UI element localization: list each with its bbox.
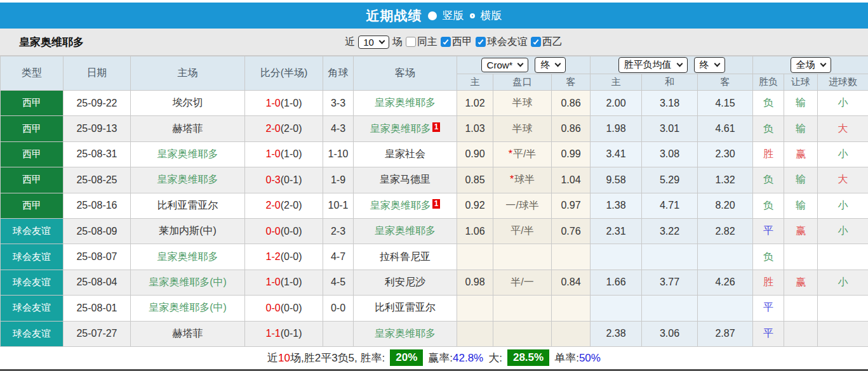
corner-cell: 3-3 <box>323 91 354 116</box>
home-odds-cell <box>457 244 493 270</box>
match-row: 球会友谊25-08-01皇家奥维耶多(中)0-0(0-0)0-0比利亚雷亚尔平 <box>1 296 868 321</box>
league-type-cell: 西甲 <box>1 193 63 218</box>
scope-select[interactable]: 全场 <box>791 57 831 73</box>
avg-draw-cell: 3.06 <box>642 321 698 346</box>
handicap-text: 球半 <box>514 174 535 185</box>
full-time-score: 1-0 <box>266 277 281 287</box>
big-rate-badge: 28.5% <box>507 349 549 366</box>
odds-time-select[interactable]: 终 <box>535 57 566 73</box>
chevron-down-icon <box>676 61 683 67</box>
handicap-result-cell-value: 输 <box>796 123 806 134</box>
away-odds-cell: 0.99 <box>552 141 591 167</box>
checkbox-group-西乙: 西乙 <box>531 36 563 49</box>
avg-home-cell: 2.00 <box>591 91 642 116</box>
date-cell: 25-08-07 <box>63 244 131 270</box>
result-cell: 平 <box>753 218 784 244</box>
avg-home-cell: 9.58 <box>591 167 642 193</box>
away-team-cell: 皇家社会 <box>354 141 457 167</box>
layout-radio-selected[interactable] <box>428 11 437 20</box>
handicap-result-cell: 输 <box>784 91 818 116</box>
half-time-score: (0-1) <box>281 328 302 339</box>
date-cell: 25-09-22 <box>63 91 131 116</box>
home-team-cell: 皇家奥维耶多 <box>131 244 245 270</box>
result-cell-value: 胜 <box>763 277 773 287</box>
chevron-down-icon <box>555 61 561 67</box>
single-rate-group: 单率:50% <box>554 351 601 365</box>
filter-controls: 近 10 场 同主西甲球会友谊西乙 <box>84 36 868 49</box>
match-row: 西甲25-08-25皇家奥维耶多0-3(0-1)1-9皇家马德里0.85*球半1… <box>1 167 868 193</box>
avg-home-cell: 1.38 <box>591 193 642 218</box>
checkbox-label: 同主 <box>417 36 437 49</box>
full-time-score: 0-0 <box>266 303 281 313</box>
corner-cell: 10-1 <box>323 193 354 218</box>
result-cell: 胜 <box>753 141 784 167</box>
chevron-down-icon <box>820 61 826 67</box>
match-row: 西甲25-08-16比利亚雷亚尔2-0(2-0)10-1皇家奥维耶多10.92一… <box>1 193 868 218</box>
team-name: 皇家奥维耶多 <box>375 328 436 339</box>
team-name: 埃尔切 <box>173 97 203 108</box>
odds-provider-select[interactable]: Crow* <box>481 58 529 72</box>
team-name: 比利亚雷亚尔 <box>375 302 436 313</box>
handicap-cell: 半球 <box>493 116 552 141</box>
goals-result-cell-value: 小 <box>838 225 848 236</box>
corner-cell: 1-9 <box>323 167 354 193</box>
checkbox-checked[interactable] <box>531 37 541 47</box>
avg-home-cell <box>591 244 642 270</box>
games-label: 场 <box>392 36 403 49</box>
half-time-score: (0-1) <box>281 174 302 185</box>
checkbox-checked[interactable] <box>441 37 451 47</box>
half-time-score: (1-0) <box>281 148 302 159</box>
handicap-cell <box>493 296 552 321</box>
home-team-cell: 赫塔菲 <box>131 321 245 346</box>
header-goals: 进球数 <box>818 74 868 91</box>
checkbox-checked[interactable] <box>476 37 486 47</box>
date-cell: 25-09-13 <box>63 116 131 141</box>
corner-cell: 4-3 <box>323 116 354 141</box>
result-cell-value: 负 <box>763 174 773 185</box>
summary-near-label: 近 <box>267 352 278 364</box>
team-title: 皇家奥维耶多 <box>19 35 84 49</box>
avg-draw-cell: 3.18 <box>642 91 698 116</box>
corner-cell <box>323 321 354 346</box>
home-team-cell: 莱加内斯(中) <box>131 218 245 244</box>
goals-result-cell <box>818 296 868 321</box>
full-time-score: 1-2 <box>266 251 281 262</box>
avg-draw-cell <box>642 244 698 270</box>
date-cell: 25-08-31 <box>63 141 131 167</box>
home-team-cell: 皇家奥维耶多 <box>131 141 245 167</box>
goals-result-cell-value: 小 <box>838 277 848 287</box>
checkbox-unchecked[interactable] <box>406 37 416 47</box>
away-odds-cell: 0.84 <box>552 270 591 295</box>
match-count-select[interactable]: 10 <box>358 36 389 49</box>
header-avg-home: 主 <box>591 74 642 91</box>
score-cell: 1-0(1-0) <box>245 91 323 116</box>
layout-radio-label[interactable]: 竖版 <box>443 8 464 23</box>
layout-radio-label[interactable]: 横版 <box>481 8 502 23</box>
handicap-result-cell: 输 <box>784 193 818 218</box>
result-cell-value: 平 <box>763 225 773 236</box>
home-odds-cell: 1.02 <box>457 91 493 116</box>
avg-home-cell: 1.98 <box>591 116 642 141</box>
handicap-text: 一/球半 <box>505 200 538 211</box>
layout-radio-unselected[interactable] <box>470 13 475 18</box>
bottom-dark-strip <box>0 369 868 371</box>
handicap-result-cell: 赢 <box>784 218 818 244</box>
away-odds-cell: 0.97 <box>552 193 591 218</box>
away-team-cell: 皇家奥维耶多1 <box>354 116 457 141</box>
header-date: 日期 <box>63 56 131 91</box>
near-label: 近 <box>345 36 355 49</box>
team-name: 皇家马德里 <box>380 174 431 185</box>
chevron-down-icon <box>714 61 720 67</box>
team-name: 拉科鲁尼亚 <box>380 251 431 262</box>
team-name: 利安尼沙 <box>385 277 425 287</box>
avg-type-select[interactable]: 胜平负均值 <box>618 57 688 73</box>
goals-result-cell-value: 小 <box>838 148 848 159</box>
avg-time-select[interactable]: 终 <box>694 57 725 73</box>
home-odds-cell: 1.06 <box>457 218 493 244</box>
header-away: 客场 <box>354 56 457 91</box>
win-rate-badge: 20% <box>390 349 423 366</box>
half-time-score: (0-0) <box>281 251 302 262</box>
result-cell-value: 负 <box>763 251 773 262</box>
odds-time-value: 终 <box>540 59 550 71</box>
half-time-score: (0-0) <box>281 226 302 237</box>
